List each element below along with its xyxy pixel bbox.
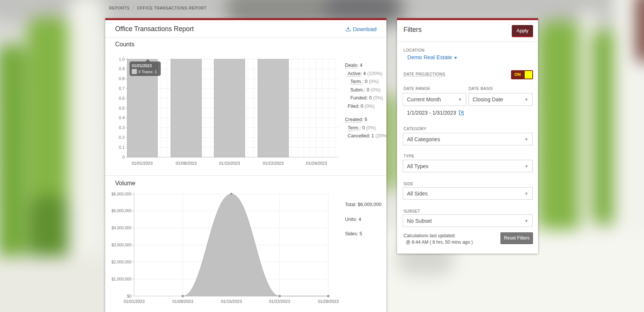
date-range-select[interactable]: Current Month ▼ xyxy=(403,93,466,106)
volume-section-title: Volume xyxy=(115,180,377,187)
download-label: Download xyxy=(353,26,377,32)
reset-filters-button[interactable]: Reset Filters xyxy=(500,232,533,244)
location-label: LOCATION xyxy=(403,48,424,52)
caret-down-icon: ▼ xyxy=(458,97,462,102)
svg-text:0.2: 0.2 xyxy=(119,135,125,140)
svg-text:0.1: 0.1 xyxy=(119,145,125,150)
stat-percent: (0%) xyxy=(364,104,374,109)
caret-down-icon: ▼ xyxy=(524,219,528,223)
page-title: Office Transactions Report xyxy=(115,25,194,33)
breadcrumb-item-reports[interactable]: REPORTS xyxy=(109,6,130,10)
counts-chart[interactable]: 01/01/2023 # Trans: 1 Deals: 4Active: 4 … xyxy=(110,54,386,168)
svg-text:$1,000,000: $1,000,000 xyxy=(111,277,131,281)
date-span-text: 1/1/2023 - 1/31/2023 xyxy=(407,110,456,116)
data-point[interactable] xyxy=(278,295,281,297)
location-dropdown[interactable]: Demo Real Estate▼ xyxy=(407,54,458,60)
svg-text:0.9: 0.9 xyxy=(119,66,125,71)
data-point[interactable] xyxy=(182,295,184,297)
svg-text:01/22/2023: 01/22/2023 xyxy=(269,299,290,304)
svg-text:0.3: 0.3 xyxy=(119,125,125,130)
svg-text:0.7: 0.7 xyxy=(119,86,125,91)
counts-section-title: Counts xyxy=(115,41,377,48)
tooltip-date: 01/01/2023 xyxy=(132,63,158,68)
volume-chart-svg: $0$1,000,000$2,000,000$3,000,000$4,000,0… xyxy=(110,190,342,312)
svg-text:1.0: 1.0 xyxy=(119,57,125,61)
select-field-subset[interactable]: No Subset▼ xyxy=(403,214,533,227)
stat-label: Filed xyxy=(348,104,358,109)
svg-text:01/01/2023: 01/01/2023 xyxy=(123,299,144,304)
stat-label: Cancelled xyxy=(348,133,369,139)
date-basis-select[interactable]: Closing Date ▼ xyxy=(468,93,533,106)
select-value: All Types xyxy=(407,163,522,169)
svg-text:01/01/2023: 01/01/2023 xyxy=(131,161,152,165)
svg-text:0.6: 0.6 xyxy=(119,96,125,101)
caret-down-icon: ▼ xyxy=(524,164,528,169)
counts-stats: Deals: 4Active: 4 (100%)Term.: 0 (0%)Sub… xyxy=(345,61,390,140)
apply-button[interactable]: Apply xyxy=(512,25,533,37)
calc-updated-line1: Calculations last updated: xyxy=(403,233,473,239)
svg-text:01/15/2023: 01/15/2023 xyxy=(221,299,242,304)
svg-text:0: 0 xyxy=(122,155,125,159)
svg-text:$0: $0 xyxy=(127,294,131,298)
data-point[interactable] xyxy=(327,295,329,297)
stat-label[interactable]: Term. xyxy=(348,125,359,131)
select-value: All Categories xyxy=(407,136,522,142)
stat-row: Sides: 5 xyxy=(345,230,390,238)
date-range-value: Current Month xyxy=(407,96,456,102)
download-link[interactable]: Download xyxy=(345,26,377,32)
svg-text:01/08/2023: 01/08/2023 xyxy=(172,299,193,304)
stat-label: Funded xyxy=(350,95,366,101)
select-value: No Subset xyxy=(407,218,522,224)
select-field-side[interactable]: All Sides▼ xyxy=(403,187,533,200)
count-bar[interactable] xyxy=(258,59,289,157)
volume-chart[interactable]: Total: $6,000,000Units: 4Sides: 5 $0$1,0… xyxy=(110,190,386,312)
calc-updated-text: Calculations last updated: @ 8:44 AM ( 6… xyxy=(403,233,473,246)
stat-label[interactable]: Term. xyxy=(350,79,362,85)
stat-label[interactable]: Created xyxy=(345,117,362,123)
svg-text:01/29/2023: 01/29/2023 xyxy=(318,299,339,304)
tooltip-value: # Trans: 1 xyxy=(138,69,157,74)
calc-updated-line2: @ 8:44 AM ( 6 hrs, 50 mins ago ) xyxy=(406,239,473,246)
download-icon xyxy=(345,26,351,32)
stat-row: Deals: 4 xyxy=(345,61,390,70)
tooltip-swatch-icon xyxy=(132,69,137,74)
date-range-label: DATE RANGE xyxy=(403,86,430,91)
edit-icon[interactable] xyxy=(459,110,465,116)
chevron-down-icon: ▼ xyxy=(454,55,458,60)
date-projections-toggle[interactable]: ON xyxy=(511,70,533,79)
svg-text:01/22/2023: 01/22/2023 xyxy=(263,161,283,165)
volume-stats: Total: $6,000,000Units: 4Sides: 5 xyxy=(345,201,390,245)
select-field-type[interactable]: All Types▼ xyxy=(403,160,533,172)
select-field-category[interactable]: All Categories▼ xyxy=(403,133,533,145)
filters-title: Filters xyxy=(403,26,422,33)
stat-percent: (100%) xyxy=(367,71,382,76)
select-value: All Sides xyxy=(407,191,522,197)
select-label-type: TYPE xyxy=(403,154,415,158)
stat-percent: (20%) xyxy=(375,133,388,139)
breadcrumb-separator: / xyxy=(133,6,134,10)
filters-panel: Filters Apply LOCATION Demo Real Estate▼… xyxy=(397,18,538,254)
stat-percent: (0%) xyxy=(373,95,383,101)
location-value: Demo Real Estate xyxy=(407,54,452,60)
svg-text:0.4: 0.4 xyxy=(119,115,125,120)
svg-text:$2,000,000: $2,000,000 xyxy=(111,260,131,264)
data-point[interactable] xyxy=(230,193,233,195)
stat-row: Units: 4 xyxy=(345,216,390,224)
stat-row: Subm.: 0 (0%) xyxy=(345,86,390,95)
caret-down-icon: ▼ xyxy=(524,191,528,196)
date-span: 1/1/2023 - 1/31/2023 xyxy=(407,110,465,116)
svg-text:$6,000,000: $6,000,000 xyxy=(111,192,131,196)
count-bar[interactable] xyxy=(214,59,245,157)
svg-text:01/29/2023: 01/29/2023 xyxy=(306,161,327,165)
date-projections-label[interactable]: DATE PROJECTIONS xyxy=(403,72,445,77)
caret-down-icon: ▼ xyxy=(524,137,528,142)
stat-label[interactable]: Deals xyxy=(345,63,357,68)
svg-text:01/08/2023: 01/08/2023 xyxy=(176,161,196,165)
stat-label[interactable]: Active xyxy=(348,71,361,77)
stat-row: Filed: 0 (0%) xyxy=(345,102,390,111)
toggle-knob[interactable] xyxy=(525,71,532,79)
svg-text:$4,000,000: $4,000,000 xyxy=(111,225,131,230)
stat-percent: (0%) xyxy=(371,87,381,93)
stat-row: Active: 4 (100%) xyxy=(345,70,390,78)
count-bar[interactable] xyxy=(171,59,202,157)
